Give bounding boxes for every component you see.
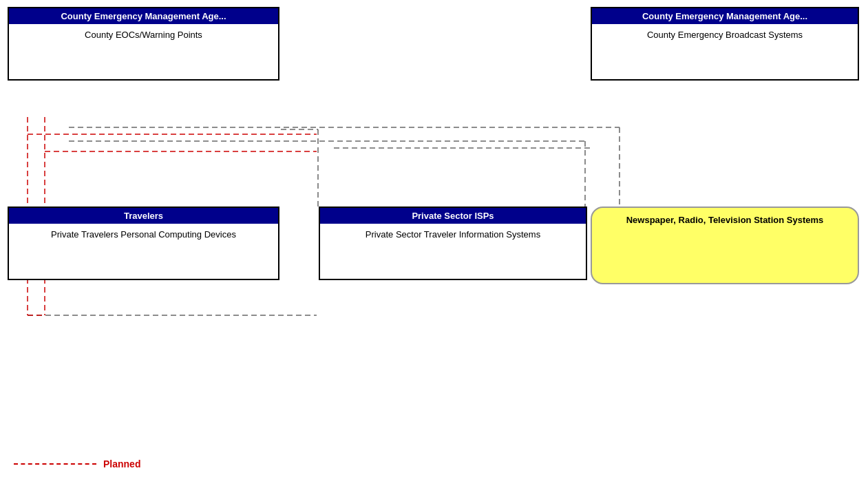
travelers-header: Travelers [9, 208, 278, 224]
diagram-container: County Emergency Management Age... Count… [0, 0, 868, 497]
county-eoc-header: County Emergency Management Age... [9, 8, 278, 24]
county-broadcast-body: County Emergency Broadcast Systems [592, 24, 858, 79]
county-eoc-node: County Emergency Management Age... Count… [8, 7, 279, 81]
legend: Planned [14, 458, 140, 469]
private-sector-isps-body: Private Sector Traveler Information Syst… [320, 224, 586, 279]
private-sector-isps-node: Private Sector ISPs Private Sector Trave… [319, 207, 587, 280]
travelers-body: Private Travelers Personal Computing Dev… [9, 224, 278, 279]
legend-line [14, 463, 96, 465]
county-broadcast-header: County Emergency Management Age... [592, 8, 858, 24]
private-sector-isps-header: Private Sector ISPs [320, 208, 586, 224]
newspaper-header: Newspaper, Radio, Television Station Sys… [592, 208, 858, 228]
newspaper-node: Newspaper, Radio, Television Station Sys… [591, 207, 859, 284]
newspaper-body [592, 228, 858, 283]
county-broadcast-node: County Emergency Management Age... Count… [591, 7, 859, 81]
legend-label: Planned [103, 458, 140, 469]
travelers-node: Travelers Private Travelers Personal Com… [8, 207, 279, 280]
county-eoc-body: County EOCs/Warning Points [9, 24, 278, 79]
